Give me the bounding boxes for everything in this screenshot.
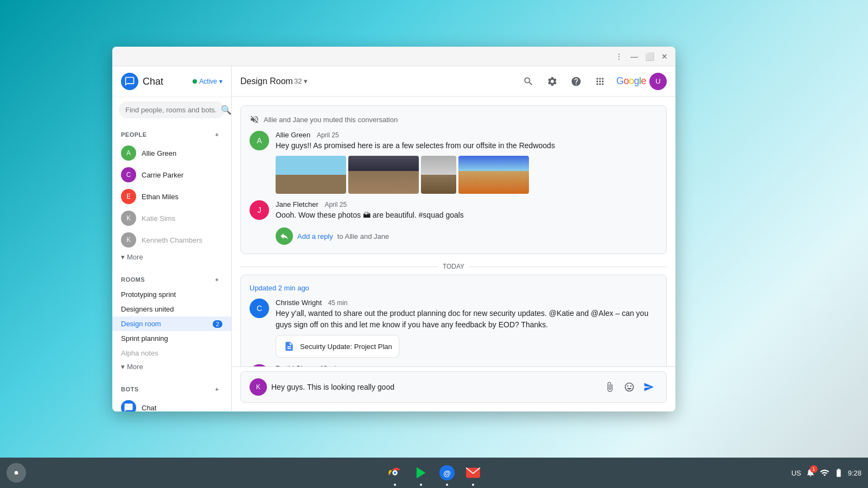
taskbar: @ US 1 9:28 [0, 458, 868, 488]
main-chat: Design Room 32 ▾ [232, 66, 675, 411]
unread-badge-design-room: 2 [213, 320, 222, 328]
window-titlebar: ⋮ — ⬜ ✕ [112, 47, 675, 66]
doc-icon [283, 340, 296, 353]
sidebar-item-allie-green[interactable]: A Allie Green [112, 142, 231, 164]
search-bar[interactable]: 🔍 [119, 102, 225, 118]
message-content-allie: Allie Green April 25 Hey guys!! As promi… [276, 131, 658, 194]
add-reply-btn[interactable]: Add a reply [297, 232, 333, 240]
search-input[interactable] [125, 106, 216, 114]
input-user-avatar: K [250, 378, 267, 396]
avatar-christie: C [250, 299, 269, 318]
sidebar-item-katie-sims[interactable]: K Katie Sims [112, 207, 231, 229]
photo-1[interactable] [276, 156, 346, 194]
reply-area[interactable]: Add a reply to Allie and Jane [250, 227, 658, 245]
mail-indicator [472, 484, 474, 486]
sidebar-item-alpha-notes[interactable]: Alpha notes [112, 346, 231, 360]
photo-4[interactable] [458, 156, 529, 194]
photo-2[interactable] [348, 156, 419, 194]
sidebar-item-kenneth-chambers[interactable]: K Kenneth Chambers [112, 229, 231, 251]
notification-wrapper: 1 [806, 467, 815, 479]
message-allie-green: A Allie Green April 25 Hey guys!! As pro… [250, 131, 658, 194]
svg-point-0 [15, 471, 18, 475]
window-close-btn[interactable]: ✕ [658, 50, 671, 63]
bot-item-chat[interactable]: Chat [112, 397, 231, 411]
sidebar-item-sprint-planning[interactable]: Sprint planning [112, 331, 231, 346]
google-logo-text: Google [616, 75, 646, 87]
taskbar-right: US 1 9:28 [792, 467, 861, 479]
avatar-ethan: E [121, 189, 136, 204]
room-member-count: 32 ▾ [294, 77, 308, 85]
message-content-christie: Christie Wright 45 min Hey y'all, wanted… [276, 299, 658, 358]
doc-attachment[interactable]: Secuirty Update: Project Plan [276, 335, 399, 358]
sidebar: Chat Active ▾ 🔍 PEOPLE + A [112, 66, 232, 411]
send-btn[interactable] [640, 378, 658, 396]
reply-avatar [276, 227, 293, 245]
emoji-btn[interactable] [621, 378, 638, 396]
battery-icon [834, 468, 844, 478]
gmail-indicator [446, 484, 448, 486]
sidebar-item-ethan-miles[interactable]: E Ethan Miles [112, 186, 231, 207]
message-jane-fletcher: J Jane Fletcher April 25 Oooh. Wow these… [250, 200, 658, 221]
message-text-jane: Oooh. Wow these photos 🏔 are beautiful. … [276, 210, 658, 221]
sidebar-item-design-room[interactable]: Design room 2 [112, 316, 231, 331]
launcher-btn[interactable] [7, 463, 26, 483]
chat-window: ⋮ — ⬜ ✕ Chat Active ▾ 🔍 [112, 47, 675, 411]
attach-btn[interactable] [601, 378, 618, 396]
photo-grid [276, 156, 658, 194]
taskbar-mail[interactable] [462, 462, 484, 484]
search-icon[interactable]: 🔍 [221, 105, 232, 115]
add-bot-btn[interactable]: + [212, 384, 222, 395]
people-more-toggle[interactable]: ▾ More [112, 251, 231, 263]
google-logo-area: Google U [616, 73, 667, 90]
sidebar-item-carrie-parker[interactable]: C Carrie Parker [112, 164, 231, 186]
apps-grid-btn[interactable] [590, 72, 610, 91]
app-name: Chat [143, 76, 163, 87]
window-maximize-btn[interactable]: ⬜ [643, 50, 656, 63]
chrome-indicator [394, 484, 396, 486]
avatar-jane: J [250, 200, 269, 220]
taskbar-chrome[interactable] [384, 462, 406, 484]
user-avatar[interactable]: U [649, 73, 667, 90]
rooms-more-toggle[interactable]: ▾ More [112, 360, 231, 373]
window-body: Chat Active ▾ 🔍 PEOPLE + A [112, 66, 675, 411]
chat-room-name: Design Room [240, 77, 293, 86]
bot-avatar-chat [121, 400, 136, 411]
taskbar-gmail-icon[interactable]: @ [436, 462, 458, 484]
active-dot [193, 79, 197, 84]
svg-text:@: @ [443, 469, 451, 478]
wifi-icon [820, 468, 829, 478]
window-more-btn[interactable]: ⋮ [612, 50, 626, 63]
bots-section: BOTS + Chat Drive [112, 377, 231, 411]
search-chat-btn[interactable] [519, 72, 538, 91]
message-content-jane: Jane Fletcher April 25 Oooh. Wow these p… [276, 200, 658, 221]
active-status[interactable]: Active ▾ [193, 78, 222, 85]
chat-input[interactable] [271, 383, 597, 391]
input-actions [601, 378, 658, 396]
message-author-jane: Jane Fletcher April 25 [276, 200, 658, 208]
updated-banner: Updated 2 min ago [250, 284, 658, 292]
message-text-allie: Hey guys!! As promised here is are a few… [276, 140, 658, 151]
bots-section-header: BOTS + [112, 382, 231, 397]
window-minimize-btn[interactable]: — [628, 50, 641, 63]
sidebar-item-prototyping-sprint[interactable]: Prototyping sprint [112, 287, 231, 302]
add-room-btn[interactable]: + [212, 274, 222, 285]
taskbar-left [7, 463, 26, 483]
settings-btn[interactable] [542, 72, 562, 91]
chat-input-area: K [232, 366, 675, 411]
svg-marker-3 [417, 467, 425, 479]
taskbar-region: US [792, 469, 801, 477]
taskbar-center: @ [384, 462, 484, 484]
message-author-christie: Christie Wright 45 min [276, 299, 658, 307]
add-person-btn[interactable]: + [212, 129, 222, 140]
photo-3[interactable] [421, 156, 456, 194]
app-logo [121, 73, 138, 90]
chat-header-actions: Google U [519, 72, 667, 91]
input-row: K [250, 378, 658, 396]
input-thread: K [240, 371, 667, 403]
help-btn[interactable] [566, 72, 586, 91]
sidebar-item-designers-united[interactable]: Designers united [112, 302, 231, 316]
chat-header: Design Room 32 ▾ [232, 66, 675, 97]
messages-area: Allie and Jane you muted this conversati… [232, 97, 675, 366]
muted-notice: Allie and Jane you muted this conversati… [250, 115, 658, 124]
taskbar-play[interactable] [410, 462, 432, 484]
